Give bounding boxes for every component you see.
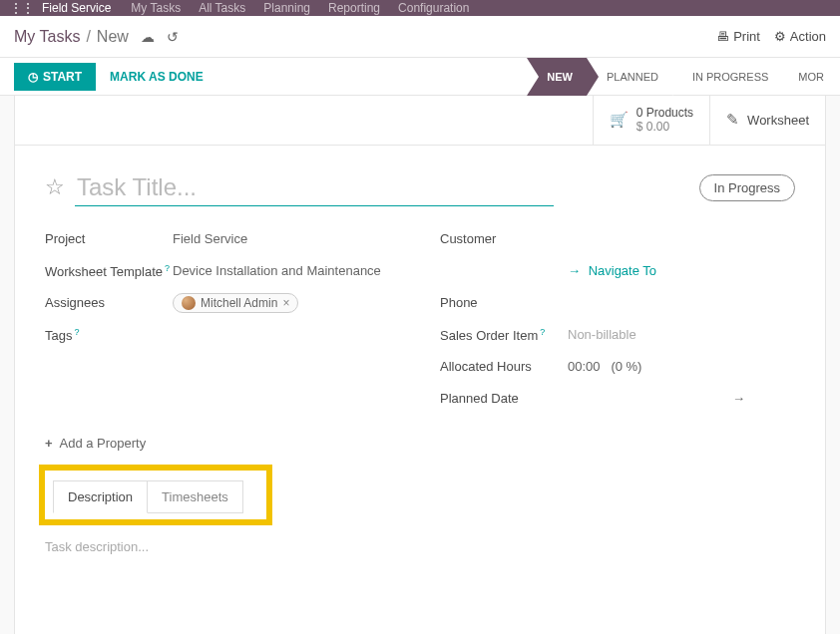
breadcrumb: My Tasks / New ☁ ↺ <box>14 28 179 46</box>
tab-description[interactable]: Description <box>53 480 148 513</box>
nav-my-tasks[interactable]: My Tasks <box>131 1 181 15</box>
tabs: Description Timesheets <box>53 480 242 513</box>
nav-all-tasks[interactable]: All Tasks <box>199 1 245 15</box>
status-pill[interactable]: In Progress <box>699 174 795 201</box>
breadcrumb-root[interactable]: My Tasks <box>14 28 80 46</box>
worksheet-label: Worksheet <box>747 113 809 128</box>
action-button[interactable]: ⚙ Action <box>774 29 826 44</box>
value-sales-order-item[interactable]: Non-billable <box>568 327 795 342</box>
nav-planning[interactable]: Planning <box>263 1 310 15</box>
navigate-to-link[interactable]: → Navigate To <box>568 263 795 278</box>
cloud-upload-icon[interactable]: ☁ <box>141 29 155 45</box>
plus-icon: + <box>45 436 53 451</box>
action-label: Action <box>790 29 826 44</box>
remove-chip-icon[interactable]: × <box>282 296 289 310</box>
help-icon[interactable]: ? <box>540 327 545 337</box>
label-allocated-hours: Allocated Hours <box>440 359 568 374</box>
stage-bar: NEW PLANNED IN PROGRESS MOR <box>527 58 840 96</box>
col-left: Project Field Service Worksheet Template… <box>45 224 400 416</box>
highlight-box: Description Timesheets <box>39 465 272 525</box>
title-row: ☆ In Progress <box>45 169 795 206</box>
stage-in-progress[interactable]: IN PROGRESS <box>672 58 782 96</box>
products-button[interactable]: 🛒 0 Products $ 0.00 <box>593 96 709 145</box>
description-placeholder[interactable]: Task description... <box>45 539 795 554</box>
star-icon[interactable]: ☆ <box>45 174 65 200</box>
arrow-range-icon: → <box>732 391 745 406</box>
label-project: Project <box>45 231 173 246</box>
nav-configuration[interactable]: Configuration <box>398 1 469 15</box>
pencil-icon: ✎ <box>726 111 739 129</box>
apps-icon[interactable]: ⋮⋮ <box>10 1 34 15</box>
start-label: START <box>43 70 82 84</box>
button-row: 🛒 0 Products $ 0.00 ✎ Worksheet <box>15 96 825 146</box>
stage-more[interactable]: MOR <box>782 71 840 83</box>
value-project[interactable]: Field Service <box>173 231 400 246</box>
label-planned-date: Planned Date <box>440 391 568 406</box>
form-body: ☆ In Progress Project Field Service Work… <box>15 146 825 578</box>
label-sales-order-item: Sales Order Item? <box>440 327 568 343</box>
top-nav: ⋮⋮ Field Service My Tasks All Tasks Plan… <box>0 0 840 16</box>
col-right: Customer → Navigate To Phone Sales <box>440 224 795 416</box>
stage-new[interactable]: NEW <box>527 58 587 96</box>
worksheet-button[interactable]: ✎ Worksheet <box>709 96 825 145</box>
brand[interactable]: Field Service <box>42 1 111 15</box>
start-button[interactable]: ◷ START <box>14 63 96 91</box>
gear-icon: ⚙ <box>774 29 786 44</box>
print-label: Print <box>733 29 760 44</box>
label-worksheet-template: Worksheet Template? <box>45 263 173 279</box>
task-title-input[interactable] <box>75 169 554 206</box>
avatar <box>182 296 196 310</box>
add-property-button[interactable]: + Add a Property <box>45 436 795 451</box>
print-icon: 🖶 <box>716 29 729 44</box>
print-button[interactable]: 🖶 Print <box>716 29 760 44</box>
nav-reporting[interactable]: Reporting <box>328 1 380 15</box>
arrow-right-icon: → <box>568 263 581 278</box>
breadcrumb-current: New <box>97 28 129 46</box>
assignee-name: Mitchell Admin <box>201 296 277 310</box>
discard-icon[interactable]: ↺ <box>167 29 179 45</box>
help-icon[interactable]: ? <box>74 327 79 337</box>
fields: Project Field Service Worksheet Template… <box>45 224 795 416</box>
help-icon[interactable]: ? <box>165 263 170 273</box>
subheader: My Tasks / New ☁ ↺ 🖶 Print ⚙ Action <box>0 16 840 58</box>
clock-icon: ◷ <box>28 70 38 84</box>
value-worksheet-template[interactable]: Device Installation and Maintenance <box>173 263 400 278</box>
label-customer: Customer <box>440 231 568 246</box>
form-sheet: 🛒 0 Products $ 0.00 ✎ Worksheet ☆ In Pro… <box>14 96 826 634</box>
assignee-chip[interactable]: Mitchell Admin × <box>173 293 298 313</box>
breadcrumb-sep: / <box>86 28 90 46</box>
mark-done-button[interactable]: MARK AS DONE <box>110 70 204 84</box>
tab-timesheets[interactable]: Timesheets <box>147 480 243 513</box>
cart-icon: 🛒 <box>610 111 629 129</box>
products-count: 0 Products <box>636 106 693 120</box>
label-tags: Tags? <box>45 327 173 343</box>
value-assignees[interactable]: Mitchell Admin × <box>173 293 400 313</box>
status-bar: ◷ START MARK AS DONE NEW PLANNED IN PROG… <box>0 58 840 96</box>
value-allocated-hours[interactable]: 00:00 (0 %) <box>568 359 795 374</box>
products-amount: $ 0.00 <box>636 120 693 134</box>
label-assignees: Assignees <box>45 295 173 310</box>
stage-planned[interactable]: PLANNED <box>587 58 672 96</box>
label-phone: Phone <box>440 295 568 310</box>
